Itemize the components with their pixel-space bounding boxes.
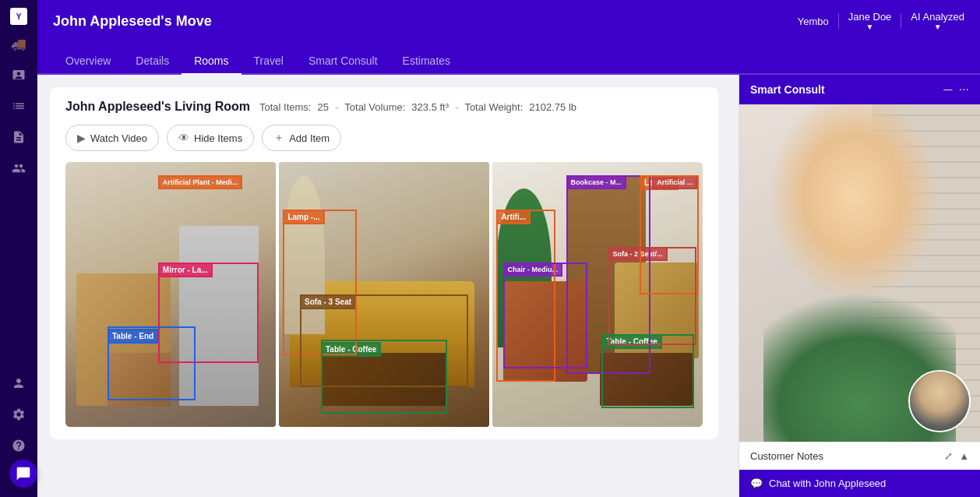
sidebar-icon-team[interactable] [6, 156, 31, 181]
detection-sofa-2seat[interactable]: Sofa - 2 Seat/... [608, 247, 668, 261]
watch-video-button[interactable]: ▶ Watch Video [65, 125, 159, 151]
pip-placeholder [910, 372, 969, 431]
tab-details[interactable]: Details [123, 48, 182, 75]
tab-overview[interactable]: Overview [53, 48, 123, 75]
sc-notes-collapse-icon[interactable]: ▲ [959, 450, 969, 462]
hide-items-button[interactable]: 👁 Hide Items [167, 125, 254, 151]
ai-analyzed-label: AI Analyzed [911, 11, 964, 23]
add-item-label: Add Item [289, 132, 330, 144]
room-image-1[interactable]: Artificial Plant - Medi... Mirror - La..… [65, 162, 276, 427]
total-items-label: Total Items: [259, 101, 311, 113]
chat-icon: 💬 [750, 478, 763, 489]
smart-consult-title: Smart Consult [750, 83, 825, 96]
sidebar-icon-document[interactable] [6, 125, 31, 150]
sidebar-icon-settings[interactable] [6, 402, 31, 427]
sep1: - [335, 101, 338, 113]
eye-icon: 👁 [178, 132, 189, 144]
tab-travel[interactable]: Travel [241, 48, 296, 75]
total-volume-label: Total Volume: [344, 101, 405, 113]
total-items-value: 25 [317, 101, 328, 113]
ai-chevron: ▼ [934, 23, 942, 31]
sidebar: Y 🚚 [0, 0, 37, 497]
nav-tabs: Overview Details Rooms Travel Smart Cons… [37, 42, 980, 75]
sidebar-icon-list[interactable] [6, 93, 31, 118]
room-image-3[interactable]: Bookcase - M... Lamp ... Artifi... Artif… [492, 162, 703, 427]
smart-consult-panel: Smart Consult ─ ··· Customer Notes ⤢ ▲ � [739, 75, 980, 497]
detection-table-end[interactable]: Table - End [108, 329, 158, 344]
detection-artificial-4[interactable]: Artificial ... [652, 175, 697, 189]
tab-smart-consult[interactable]: Smart Consult [296, 48, 390, 75]
watch-video-label: Watch Video [90, 132, 147, 144]
room-header: John Appleseed's Living Room Total Items… [65, 100, 703, 114]
total-weight-value: 2102.75 lb [529, 101, 576, 113]
detection-sofa-3seat[interactable]: Sofa - 3 Seat [300, 294, 356, 309]
sc-notes-expand-icon[interactable]: ⤢ [944, 450, 953, 462]
sc-chat-bar[interactable]: 💬 Chat with John Appleseed [739, 470, 980, 497]
detection-artificial-3[interactable]: Artifi... [496, 210, 531, 224]
sc-minimize-button[interactable]: ─ [943, 83, 952, 97]
hide-items-label: Hide Items [194, 132, 242, 144]
sc-header-actions: ─ ··· [943, 83, 969, 97]
sc-more-button[interactable]: ··· [959, 83, 969, 97]
yembo-label: Yembo [798, 16, 829, 27]
room-image-2[interactable]: Lamp -... Sofa - 3 Seat Table - Coffee [279, 162, 489, 427]
room-meta: Total Items: 25 - Total Volume: 323.5 ft… [259, 101, 576, 113]
ai-analyzed-menu[interactable]: AI Analyzed ▼ [911, 11, 964, 31]
sc-video-area [739, 104, 980, 442]
total-weight-label: Total Weight: [464, 101, 523, 113]
header-divider-2 [901, 13, 901, 29]
sidebar-icon-help[interactable] [6, 433, 31, 458]
app-logo[interactable]: Y [10, 8, 27, 25]
header-right: Yembo Jane Doe ▼ AI Analyzed ▼ [798, 11, 964, 31]
smart-consult-header: Smart Consult ─ ··· [739, 75, 980, 104]
sc-chat-label: Chat with John Appleseed [769, 478, 886, 489]
detection-lamp-2[interactable]: Lamp -... [283, 210, 324, 224]
header-divider-1 [838, 13, 839, 29]
detection-plant-1[interactable]: Artificial Plant - Medi... [158, 175, 243, 189]
video-icon: ▶ [77, 132, 86, 144]
page-title: John Appleseed's Move [53, 13, 798, 30]
detection-chair[interactable]: Chair - Mediu... [503, 263, 563, 277]
detection-mirror[interactable]: Mirror - La... [158, 263, 213, 277]
sidebar-icon-contact[interactable] [6, 62, 31, 87]
image-grid: Artificial Plant - Medi... Mirror - La..… [65, 162, 703, 427]
plus-icon: ＋ [273, 131, 284, 145]
chat-bubble-button[interactable] [9, 460, 37, 488]
tab-estimates[interactable]: Estimates [390, 48, 463, 75]
user-menu[interactable]: Jane Doe ▼ [848, 11, 892, 31]
room-panel: John Appleseed's Living Room Total Items… [50, 87, 718, 439]
user-chevron: ▼ [866, 23, 874, 31]
customer-notes-label: Customer Notes [750, 450, 823, 462]
room-title: John Appleseed's Living Room [65, 100, 250, 114]
username: Jane Doe [848, 11, 892, 23]
total-volume-value: 323.5 ft³ [411, 101, 449, 113]
header: John Appleseed's Move Yembo Jane Doe ▼ A… [37, 0, 980, 42]
action-buttons: ▶ Watch Video 👁 Hide Items ＋ Add Item [65, 125, 703, 151]
sidebar-icon-truck[interactable]: 🚚 [6, 31, 31, 56]
tab-rooms[interactable]: Rooms [182, 48, 241, 75]
detection-coffee-table-3[interactable]: Table - Coffee [601, 334, 661, 349]
sep2: - [455, 101, 458, 113]
sc-pip-video [908, 370, 971, 432]
detection-bookcase[interactable]: Bookcase - M... [566, 175, 627, 189]
detection-coffee-table-2[interactable]: Table - Coffee [321, 342, 381, 357]
add-item-button[interactable]: ＋ Add Item [262, 125, 341, 151]
sc-customer-notes: Customer Notes ⤢ ▲ [739, 442, 980, 470]
sidebar-icon-profile[interactable] [6, 371, 31, 396]
sc-notes-actions: ⤢ ▲ [944, 450, 969, 462]
